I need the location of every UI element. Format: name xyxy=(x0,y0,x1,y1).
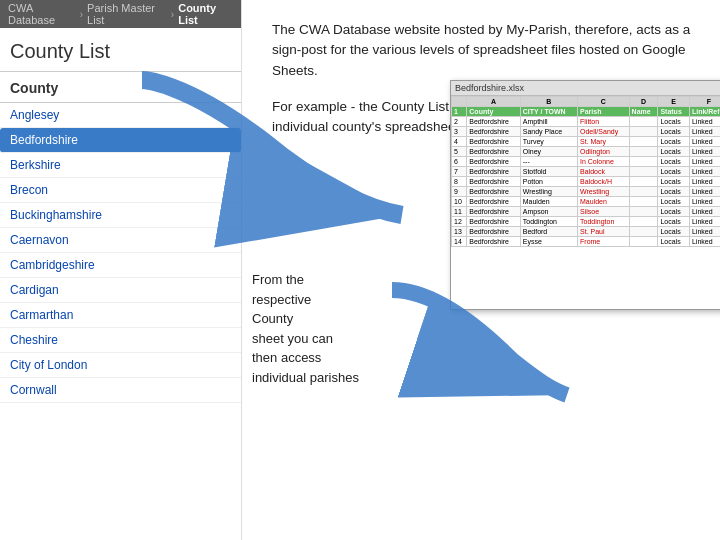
cell: Locals xyxy=(658,237,690,247)
cell xyxy=(629,137,658,147)
cell: Turvey xyxy=(520,137,577,147)
cell: 1 xyxy=(452,107,467,117)
cell: Linked xyxy=(689,167,720,177)
cell: 4 xyxy=(452,137,467,147)
col-header: F xyxy=(689,97,720,107)
cell: Eysse xyxy=(520,237,577,247)
table-row: 2 Bedfordshire Ampthill Flitton Locals L… xyxy=(452,117,721,127)
breadcrumb-item-parish[interactable]: Parish Master List xyxy=(87,2,167,26)
page-title: County List xyxy=(0,28,241,72)
cell: 5 xyxy=(452,147,467,157)
cell xyxy=(629,217,658,227)
cell: 2 xyxy=(452,117,467,127)
cell: 3 xyxy=(452,127,467,137)
list-item[interactable]: Carmarthan xyxy=(0,303,241,328)
cell: Locals xyxy=(658,147,690,157)
cell: Locals xyxy=(658,207,690,217)
cell: Linked xyxy=(689,187,720,197)
cell: Potton xyxy=(520,177,577,187)
spreadsheet-thumbnail: Bedfordshire.xlsx A B C D E F 1 County C… xyxy=(450,80,720,310)
cell xyxy=(629,197,658,207)
cell: Olney xyxy=(520,147,577,157)
cell xyxy=(629,177,658,187)
cell: Linked xyxy=(689,197,720,207)
cell: 8 xyxy=(452,177,467,187)
cell: Linked xyxy=(689,237,720,247)
main-content: The CWA Database website hosted by My-Pa… xyxy=(242,0,720,540)
cell xyxy=(629,157,658,167)
cell: Bedfordshire xyxy=(467,167,520,177)
cell xyxy=(629,127,658,137)
list-item[interactable]: City of London xyxy=(0,353,241,378)
cell: Bedfordshire xyxy=(467,227,520,237)
cell: Linked xyxy=(689,227,720,237)
cell: Sandy Place xyxy=(520,127,577,137)
from-text-block: From the respective County sheet you can… xyxy=(252,270,359,387)
cell: Name xyxy=(629,107,658,117)
table-row: 3 Bedfordshire Sandy Place Odell/Sandy L… xyxy=(452,127,721,137)
list-item[interactable]: Cambridgeshire xyxy=(0,253,241,278)
cell: Bedfordshire xyxy=(467,137,520,147)
cell xyxy=(629,227,658,237)
cell: Ampson xyxy=(520,207,577,217)
col-header: C xyxy=(578,97,630,107)
breadcrumb-item-cwa[interactable]: CWA Database xyxy=(8,2,76,26)
cell xyxy=(629,117,658,127)
list-item[interactable]: Cornwall xyxy=(0,378,241,403)
section-header: County xyxy=(0,72,241,103)
list-item[interactable]: Cardigan xyxy=(0,278,241,303)
breadcrumb-sep-2: › xyxy=(171,9,174,20)
list-item[interactable]: Anglesey xyxy=(0,103,241,128)
cell: Locals xyxy=(658,117,690,127)
list-item[interactable]: Bedfordshire xyxy=(0,128,241,153)
cell: Locals xyxy=(658,127,690,137)
left-panel: CWA Database › Parish Master List › Coun… xyxy=(0,0,242,540)
table-row: 5 Bedfordshire Olney Odlington Locals Li… xyxy=(452,147,721,157)
cell: Flitton xyxy=(578,117,630,127)
cell: Baldock/H xyxy=(578,177,630,187)
table-row: 6 Bedfordshire --- In Colonne Locals Lin… xyxy=(452,157,721,167)
cell xyxy=(629,237,658,247)
cell: Baldock xyxy=(578,167,630,177)
table-row: 12 Bedfordshire Toddington Toddington Lo… xyxy=(452,217,721,227)
description-block: The CWA Database website hosted by My-Pa… xyxy=(272,20,700,81)
table-row: 7 Bedfordshire Stotfold Baldock Locals L… xyxy=(452,167,721,177)
cell: Parish xyxy=(578,107,630,117)
cell: Locals xyxy=(658,187,690,197)
cell: Maulden xyxy=(520,197,577,207)
col-header: B xyxy=(520,97,577,107)
list-item[interactable]: Cheshire xyxy=(0,328,241,353)
cell: Bedfordshire xyxy=(467,147,520,157)
breadcrumb-current: County List xyxy=(178,2,233,26)
cell: County xyxy=(467,107,520,117)
cell: Linked xyxy=(689,207,720,217)
cell: Bedford xyxy=(520,227,577,237)
cell: Locals xyxy=(658,197,690,207)
list-item[interactable]: Caernavon xyxy=(0,228,241,253)
spreadsheet-titlebar: Bedfordshire.xlsx xyxy=(451,81,720,96)
table-row: 10 Bedfordshire Maulden Maulden Locals L… xyxy=(452,197,721,207)
table-row: 4 Bedfordshire Turvey St. Mary Locals Li… xyxy=(452,137,721,147)
cell: 10 xyxy=(452,197,467,207)
list-item[interactable]: Buckinghamshire xyxy=(0,203,241,228)
cell: Linked xyxy=(689,137,720,147)
cell: 9 xyxy=(452,187,467,197)
cell xyxy=(629,207,658,217)
cell: Bedfordshire xyxy=(467,127,520,137)
from-text-line6: individual parishes xyxy=(252,370,359,385)
cell: --- xyxy=(520,157,577,167)
cell: Locals xyxy=(658,227,690,237)
from-text-line2: respective xyxy=(252,292,311,307)
cell: Bedfordshire xyxy=(467,237,520,247)
cell: 11 xyxy=(452,207,467,217)
cell: Toddington xyxy=(578,217,630,227)
list-item[interactable]: Brecon xyxy=(0,178,241,203)
cell: Locals xyxy=(658,177,690,187)
table-row: 1 County CITY / TOWN Parish Name Status … xyxy=(452,107,721,117)
col-header: E xyxy=(658,97,690,107)
from-text-line3: County xyxy=(252,311,293,326)
cell: Silsoe xyxy=(578,207,630,217)
list-item[interactable]: Berkshire xyxy=(0,153,241,178)
cell: 14 xyxy=(452,237,467,247)
table-row: 8 Bedfordshire Potton Baldock/H Locals L… xyxy=(452,177,721,187)
